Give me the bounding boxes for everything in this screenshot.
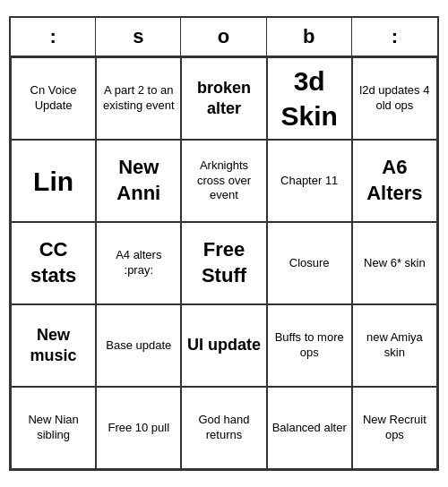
cell-0-0: Cn Voice Update [11, 57, 96, 140]
cell-3-1: Base update [96, 304, 181, 387]
cell-3-3: Buffs to more ops [267, 304, 352, 387]
cell-2-3: Closure [267, 222, 352, 304]
cell-2-4: New 6* skin [352, 222, 437, 304]
cell-3-4: new Amiya skin [352, 304, 437, 387]
header-cell-4: : [352, 18, 437, 56]
cell-4-3: Balanced alter [267, 387, 352, 469]
cell-4-4: New Recruit ops [352, 387, 437, 469]
cell-1-3: Chapter 11 [267, 140, 352, 222]
bingo-card: :sob: Cn Voice UpdateA part 2 to an exis… [9, 16, 439, 471]
cell-2-2: Free Stuff [181, 222, 266, 304]
cell-1-2: Arknights cross over event [181, 140, 266, 222]
bingo-grid: Cn Voice UpdateA part 2 to an existing e… [11, 57, 437, 469]
cell-1-1: New Anni [96, 140, 181, 222]
cell-2-0: CC stats [11, 222, 96, 304]
cell-3-2: UI update [181, 304, 266, 387]
cell-2-1: A4 alters :pray: [96, 222, 181, 304]
header-cell-0: : [11, 18, 96, 56]
cell-0-2: broken alter [181, 57, 266, 140]
bingo-header: :sob: [11, 18, 437, 57]
cell-0-1: A part 2 to an existing event [96, 57, 181, 140]
cell-3-0: New music [11, 304, 96, 387]
header-cell-3: b [267, 18, 352, 56]
cell-4-1: Free 10 pull [96, 387, 181, 469]
cell-4-2: God hand returns [181, 387, 266, 469]
cell-1-0: Lin [11, 140, 96, 222]
header-cell-1: s [96, 18, 181, 56]
header-cell-2: o [181, 18, 266, 56]
cell-1-4: A6 Alters [352, 140, 437, 222]
cell-4-0: New Nian sibling [11, 387, 96, 469]
cell-0-4: l2d updates 4 old ops [352, 57, 437, 140]
cell-0-3: 3d Skin [267, 57, 352, 140]
